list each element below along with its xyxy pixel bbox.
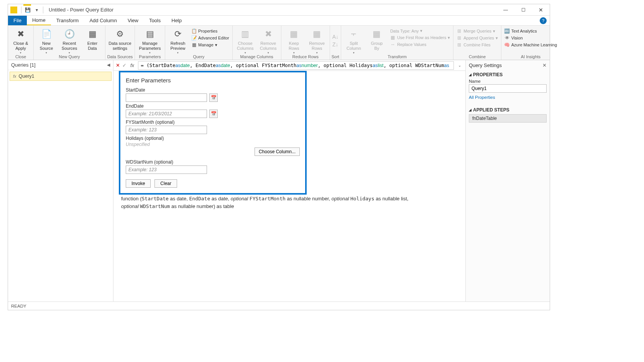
wdstartnum-label: WDStartNum (optional) — [126, 159, 300, 165]
advanced-editor-button[interactable]: 📝Advanced Editor — [190, 35, 231, 41]
group-data-sources-label: Data Sources — [107, 54, 133, 60]
append-queries-button[interactable]: ⊞Append Queries ▾ — [455, 35, 499, 41]
collapse-steps-icon[interactable]: ◢ — [469, 108, 472, 112]
refresh-label: Refresh Preview — [170, 41, 185, 51]
group-query-label: Query — [167, 54, 231, 60]
keep-rows-icon: ▦ — [288, 28, 300, 40]
group-sort-label: Sort — [332, 54, 339, 60]
replace-values-button[interactable]: ↔Replace Values — [389, 41, 452, 48]
tab-tools[interactable]: Tools — [144, 16, 166, 25]
save-icon[interactable]: 💾 — [25, 7, 31, 13]
group-reduce-rows-label: Reduce Rows — [283, 54, 328, 60]
name-label: Name — [469, 79, 547, 84]
enter-data-icon: ▦ — [86, 28, 99, 40]
panel-title: Enter Parameters — [126, 77, 300, 84]
wdstartnum-input[interactable] — [126, 165, 207, 174]
help-icon[interactable]: ? — [540, 17, 547, 24]
text-analytics-button[interactable]: 🔤Text Analytics — [503, 28, 559, 34]
enddate-input[interactable] — [126, 110, 207, 118]
sort-desc-icon[interactable]: Z↓ — [332, 41, 338, 48]
keep-rows-button[interactable]: ▦Keep Rows▾ — [283, 26, 305, 54]
maximize-button[interactable]: ☐ — [514, 4, 532, 16]
startdate-label: StartDate — [126, 87, 300, 93]
tab-home[interactable]: Home — [27, 16, 51, 25]
enddate-picker-icon[interactable]: 📅 — [209, 110, 218, 118]
properties-button[interactable]: 📋Properties — [190, 28, 231, 34]
minimize-button[interactable]: — — [497, 4, 514, 16]
remove-columns-icon: ✖ — [262, 28, 274, 40]
remove-rows-button[interactable]: ▦Remove Rows▾ — [306, 26, 328, 54]
function-icon: fx — [13, 74, 16, 79]
advanced-label: Advanced Editor — [198, 36, 229, 40]
close-button[interactable]: ✕ — [532, 4, 550, 16]
clear-button[interactable]: Clear — [154, 179, 177, 188]
parameters-icon: ▤ — [144, 28, 156, 40]
split-column-button[interactable]: ⫟Split Column▾ — [343, 26, 365, 54]
close-settings-icon[interactable]: ✕ — [542, 62, 547, 68]
recent-sources-label: Recent Sources — [62, 41, 77, 51]
app-icon — [10, 7, 17, 13]
group-parameters-label: Parameters — [136, 54, 163, 60]
first-row-headers-button[interactable]: ▦Use First Row as Headers ▾ — [389, 34, 452, 41]
combine-files-label: Combine Files — [463, 43, 490, 47]
data-type-button[interactable]: Data Type: Any ▾ — [389, 28, 452, 34]
fystartmonth-label: FYStartMonth (optional) — [126, 120, 300, 125]
group-by-button[interactable]: ▦Group By — [366, 26, 388, 51]
status-bar: READY — [8, 301, 550, 310]
choose-columns-button[interactable]: ▥Choose Columns▾ — [234, 26, 256, 54]
accent-bar — [23, 4, 31, 6]
refresh-preview-button[interactable]: ⟳Refresh Preview▾ — [167, 26, 189, 54]
data-source-icon: ⚙ — [114, 28, 126, 40]
group-by-icon: ▦ — [371, 28, 383, 40]
combine-files-button[interactable]: ⊞Combine Files — [455, 42, 499, 48]
enter-data-button[interactable]: ▦Enter Data — [81, 26, 104, 51]
query-name-input[interactable] — [469, 84, 547, 93]
azure-ml-button[interactable]: 🧠Azure Machine Learning — [503, 42, 559, 48]
merge-queries-button[interactable]: ⊞Merge Queries ▾ — [455, 28, 499, 34]
text-analytics-label: Text Analytics — [511, 29, 537, 33]
holidays-label: Holidays (optional) — [126, 136, 300, 141]
properties-label: Properties — [198, 29, 217, 33]
vision-button[interactable]: 👁Vision — [503, 35, 559, 41]
startdate-picker-icon[interactable]: 📅 — [209, 93, 218, 102]
close-apply-label: Close & Apply — [13, 41, 28, 51]
remove-columns-button[interactable]: ✖Remove Columns▾ — [257, 26, 279, 54]
replace-icon: ↔ — [390, 42, 396, 47]
new-source-button[interactable]: 📄New Source▾ — [35, 26, 58, 54]
tab-add-column[interactable]: Add Column — [84, 16, 122, 25]
editor-icon: 📝 — [191, 35, 197, 41]
cancel-formula-icon[interactable]: ✕ — [116, 62, 120, 68]
tab-help[interactable]: Help — [166, 16, 187, 25]
ribbon: ✖ Close & Apply ▾ Close 📄New Source▾ 🕘Re… — [8, 26, 550, 60]
applied-step-item[interactable]: fnDateTable — [469, 114, 547, 123]
holidays-unspecified: Unspecified — [126, 142, 300, 147]
manage-parameters-label: Manage Parameters — [139, 41, 161, 51]
manage-button[interactable]: ▦Manage ▾ — [190, 42, 231, 48]
collapse-properties-icon[interactable]: ◢ — [469, 73, 472, 77]
formula-input[interactable]: = (StartDate as date, EndDate as date, o… — [138, 61, 454, 70]
recent-sources-button[interactable]: 🕘Recent Sources▾ — [58, 26, 80, 54]
fystartmonth-input[interactable] — [126, 126, 207, 134]
choose-columns-label: Choose Columns — [237, 41, 253, 51]
data-source-settings-button[interactable]: ⚙Data source settings — [107, 26, 133, 51]
expand-formula-icon[interactable]: ⌄ — [456, 63, 463, 67]
choose-column-button[interactable]: Choose Column... — [255, 147, 300, 156]
invoke-button[interactable]: Invoke — [126, 179, 151, 188]
tab-view[interactable]: View — [122, 16, 144, 25]
fx-icon[interactable]: fx — [129, 62, 136, 68]
tab-transform[interactable]: Transform — [51, 16, 84, 25]
function-signature: function (StartDate as date, EndDate as … — [121, 195, 458, 210]
replace-label: Replace Values — [397, 42, 426, 47]
all-properties-link[interactable]: All Properties — [469, 95, 495, 100]
commit-formula-icon[interactable]: ✓ — [122, 62, 127, 68]
collapse-queries-icon[interactable]: ◀ — [107, 62, 110, 67]
dropdown-icon[interactable]: ▾ — [34, 7, 40, 13]
azure-ml-label: Azure Machine Learning — [511, 43, 557, 47]
manage-parameters-button[interactable]: ▤Manage Parameters▾ — [136, 26, 163, 54]
sort-asc-icon[interactable]: A↓ — [332, 34, 338, 40]
vision-label: Vision — [511, 36, 523, 40]
close-apply-button[interactable]: ✖ Close & Apply ▾ — [10, 26, 32, 54]
query-item[interactable]: fx Query1 — [10, 72, 112, 81]
startdate-input[interactable] — [126, 93, 207, 102]
tab-file[interactable]: File — [8, 16, 27, 25]
